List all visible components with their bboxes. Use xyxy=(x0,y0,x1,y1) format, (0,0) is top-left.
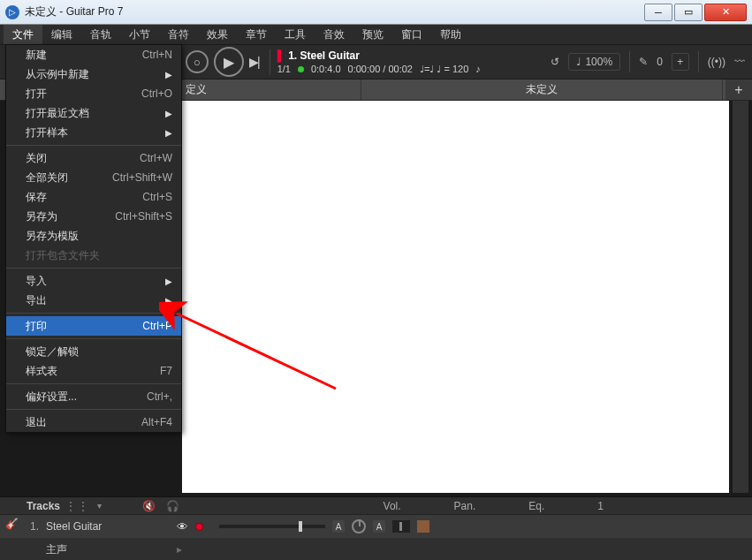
eq-label: Eq. xyxy=(528,500,544,512)
menu-preview[interactable]: 预览 xyxy=(353,25,392,44)
menu-effect[interactable]: 效果 xyxy=(198,25,237,44)
guitar-curve-icon[interactable]: 〰 xyxy=(734,56,745,68)
auto-badge[interactable]: A xyxy=(373,520,385,533)
record-button[interactable]: ○ xyxy=(186,50,209,73)
menu-window[interactable]: 窗口 xyxy=(392,25,431,44)
visibility-icon[interactable]: 👁 xyxy=(177,520,188,534)
menu-item[interactable]: 另存为模版 xyxy=(6,226,181,246)
metronome-icon[interactable]: ♪ xyxy=(475,64,481,74)
transport-controls: ○ ▶ ▶| xyxy=(186,47,259,77)
minimize-button[interactable]: ─ xyxy=(644,4,672,21)
zoom-control[interactable]: ♩100% xyxy=(568,53,620,71)
menu-help[interactable]: 帮助 xyxy=(431,25,470,44)
menu-item[interactable]: 从示例中新建▶ xyxy=(6,64,181,84)
menu-item-label: 打开 xyxy=(26,87,47,102)
menu-item[interactable]: 另存为Ctrl+Shift+S xyxy=(6,207,181,226)
column-labels: Vol. Pan. Eq. 1 xyxy=(384,500,604,512)
menu-item[interactable]: 保存Ctrl+S xyxy=(6,187,181,207)
menu-item[interactable]: 导出▶ xyxy=(6,291,181,310)
menu-bar[interactable]: 小节 xyxy=(120,25,159,44)
menu-shortcut: Ctrl+N xyxy=(142,49,172,61)
tempo-label: ♩=♩ ♩ = 120 xyxy=(420,64,468,75)
submenu-arrow-icon: ▶ xyxy=(165,276,172,286)
time-total: 0:00:00 / 00:02 xyxy=(348,64,413,74)
current-track-label[interactable]: ▌1. Steel Guitar xyxy=(277,49,481,62)
menu-item[interactable]: 打开Ctrl+O xyxy=(6,84,181,103)
track-color[interactable] xyxy=(417,520,429,533)
menu-section[interactable]: 章节 xyxy=(237,25,276,44)
submenu-arrow-icon: ▶ xyxy=(165,109,172,118)
menu-item[interactable]: 偏好设置...Ctrl+, xyxy=(6,387,181,406)
menu-sound[interactable]: 音效 xyxy=(315,25,353,44)
pan-knob[interactable] xyxy=(352,519,366,534)
maximize-button[interactable]: ▭ xyxy=(674,4,703,21)
track-name: 主声 xyxy=(46,542,170,557)
song-info: ▌1. Steel Guitar 1/1 0:0:4.0 0:00:00 / 0… xyxy=(270,49,481,75)
one-label: 1 xyxy=(597,500,604,512)
menu-item-label: 偏好设置... xyxy=(26,390,77,405)
menu-item: 打开包含文件夹 xyxy=(6,246,181,265)
menu-item[interactable]: 样式表F7 xyxy=(6,361,181,381)
menu-shortcut: Ctrl+, xyxy=(147,390,172,403)
menu-item[interactable]: 打开最近文档▶ xyxy=(6,103,181,123)
menu-item-label: 保存 xyxy=(26,190,47,205)
menu-shortcut: Ctrl+Shift+S xyxy=(115,210,172,223)
menu-file[interactable]: 文件 xyxy=(4,25,42,44)
antenna-icon[interactable]: ((•)) xyxy=(708,56,725,68)
track-row[interactable]: 1. Steel Guitar 👁 A A xyxy=(0,515,752,538)
submenu-arrow-icon: ▶ xyxy=(165,128,172,138)
pen-value: 0 xyxy=(657,56,663,68)
menu-item[interactable]: 打开样本▶ xyxy=(6,123,181,142)
menu-separator xyxy=(6,383,181,384)
menu-tool[interactable]: 工具 xyxy=(276,25,315,44)
play-button[interactable]: ▶ xyxy=(214,47,244,77)
tab-right-label: 未定义 xyxy=(526,82,558,97)
window-buttons: ─ ▭ ✕ xyxy=(642,4,747,21)
volume-slider[interactable] xyxy=(219,525,325,528)
menu-note[interactable]: 音符 xyxy=(159,25,198,44)
menu-item-label: 样式表 xyxy=(26,364,57,379)
track-row[interactable]: 主声 ▸ xyxy=(0,538,752,560)
menu-track[interactable]: 音轨 xyxy=(81,25,120,44)
tab-right[interactable]: 未定义 xyxy=(361,79,723,100)
menu-item[interactable]: 锁定／解锁 xyxy=(6,342,181,361)
score-canvas[interactable] xyxy=(182,101,729,493)
menu-item[interactable]: 退出Alt+F4 xyxy=(6,412,181,432)
menu-separator xyxy=(6,409,181,410)
skip-end-button[interactable]: ▶| xyxy=(249,55,259,69)
menu-item-label: 打印 xyxy=(26,319,47,334)
menu-edit[interactable]: 编辑 xyxy=(42,25,81,44)
tracks-header: Tracks ⋮⋮ ▾ 🔇 🎧 Vol. Pan. Eq. 1 xyxy=(0,497,752,515)
transport-status: 1/1 0:0:4.0 0:00:00 / 00:02 ♩=♩ ♩ = 120 … xyxy=(277,64,481,75)
close-button[interactable]: ✕ xyxy=(704,4,747,21)
eq-control[interactable] xyxy=(392,520,410,533)
headphones-icon[interactable]: 🎧 xyxy=(166,500,179,512)
menu-item[interactable]: 关闭Ctrl+W xyxy=(6,148,181,168)
pen-icon[interactable]: ✎ xyxy=(639,56,648,68)
pan-label: Pan. xyxy=(454,500,476,512)
menu-item-label: 另存为模版 xyxy=(26,229,79,244)
menu-item-label: 导入 xyxy=(26,274,47,289)
menu-item-label: 新建 xyxy=(26,48,47,63)
add-button[interactable]: + xyxy=(672,53,689,71)
menu-item[interactable]: 新建Ctrl+N xyxy=(6,45,181,64)
undo-icon[interactable]: ↺ xyxy=(551,56,559,68)
menu-shortcut: Ctrl+O xyxy=(141,87,172,100)
grip-icon[interactable]: ⋮⋮ xyxy=(65,500,90,512)
zoom-value: 100% xyxy=(585,56,612,68)
menu-item[interactable]: 导入▶ xyxy=(6,271,181,291)
menu-shortcut: Ctrl+S xyxy=(142,191,172,203)
track-number: 1. xyxy=(27,520,39,533)
mute-icon[interactable]: 🔇 xyxy=(142,500,156,512)
tracks-panel: Tracks ⋮⋮ ▾ 🔇 🎧 Vol. Pan. Eq. 1 1. Steel… xyxy=(0,496,752,560)
add-tab-button[interactable]: + xyxy=(725,79,752,100)
vertical-scrollbar[interactable] xyxy=(733,101,748,493)
menu-item[interactable]: 打印Ctrl+P xyxy=(6,316,181,336)
collapse-icon[interactable]: ▾ xyxy=(97,501,102,511)
auto-badge[interactable]: A xyxy=(332,520,345,533)
submenu-arrow-icon: ▶ xyxy=(165,70,172,79)
menu-item[interactable]: 全部关闭Ctrl+Shift+W xyxy=(6,168,181,187)
record-arm-icon[interactable] xyxy=(195,523,203,531)
window-title: 未定义 - Guitar Pro 7 xyxy=(25,4,642,19)
mute-solo-icons: 🔇 🎧 xyxy=(142,500,179,512)
